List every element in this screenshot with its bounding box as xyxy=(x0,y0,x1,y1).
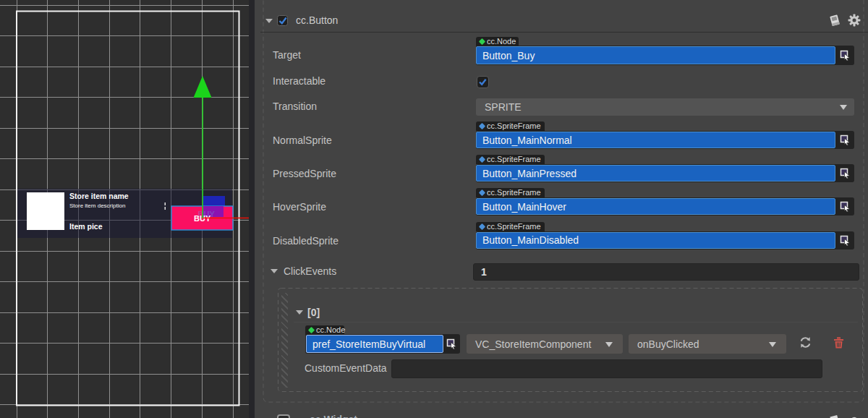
svg-text:Item pice: Item pice xyxy=(69,222,103,231)
svg-text:Store item name: Store item name xyxy=(69,192,129,200)
svg-text:Store item description: Store item description xyxy=(69,202,125,209)
